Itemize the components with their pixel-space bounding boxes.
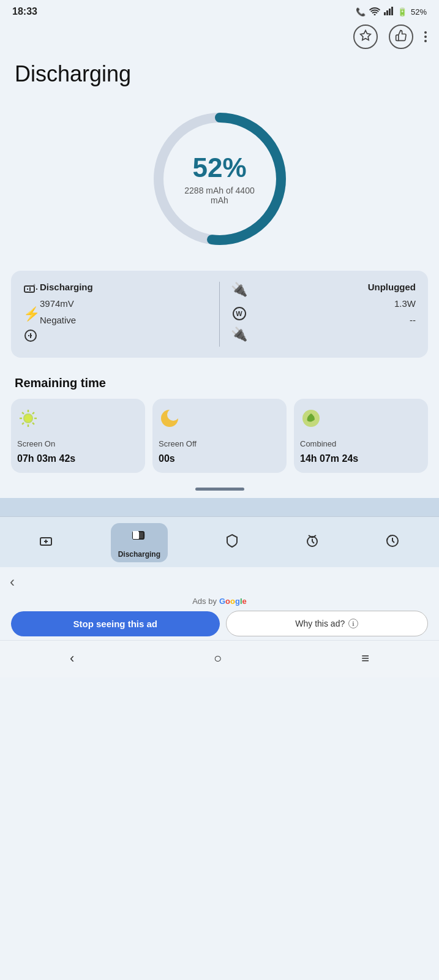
screen-on-icon	[17, 407, 39, 434]
screen-off-icon	[159, 407, 181, 434]
remaining-time-cards: Screen On 07h 03m 42s Screen Off 00s Com…	[0, 399, 439, 485]
info-left-icons: + ⚡	[23, 282, 40, 347]
svg-point-25	[167, 409, 179, 421]
info-right-values: Unplugged 1.3W --	[247, 282, 416, 347]
system-nav: ‹ ○ ≡	[0, 640, 439, 677]
svg-line-20	[22, 412, 24, 414]
power-status-label: Unplugged	[368, 282, 416, 292]
combined-icon	[300, 407, 322, 434]
info-divider	[219, 282, 220, 347]
signal-icon	[384, 7, 394, 17]
screen-on-label: Screen On	[17, 439, 55, 448]
screen-on-card: Screen On 07h 03m 42s	[11, 399, 145, 473]
svg-line-23	[22, 423, 24, 424]
combined-value: 14h 07m 24s	[300, 453, 358, 464]
why-ad-button[interactable]: Why this ad? ℹ	[226, 611, 429, 636]
battery-circle: 52% 2288 mAh of 4400 mAh	[0, 99, 439, 271]
stop-ad-button[interactable]: Stop seeing this ad	[11, 611, 220, 636]
sys-menu-button[interactable]: ≡	[349, 648, 381, 669]
svg-line-21	[32, 423, 34, 424]
battery-add-icon	[38, 532, 55, 553]
nav-discharging-label: Discharging	[118, 550, 160, 559]
thumbsup-icon	[395, 29, 407, 44]
combined-label: Combined	[300, 439, 336, 448]
status-bar: 18:33 📞 🔋 52%	[0, 0, 439, 21]
info-card: + ⚡ Discharging 3974mV Negative 🔌 W 🔌 Un…	[11, 271, 428, 358]
status-time: 18:33	[12, 6, 37, 17]
svg-rect-3	[391, 7, 393, 15]
voltage-value: 3974mV	[40, 298, 74, 309]
wifi-icon	[369, 7, 380, 17]
battery-mah: 2288 mAh of 4400 mAh	[183, 186, 257, 205]
star-icon	[359, 29, 372, 44]
nav-item-alarm[interactable]	[296, 529, 328, 557]
back-arrow[interactable]: ‹	[0, 567, 439, 590]
more-button[interactable]	[424, 31, 427, 42]
blue-band	[0, 498, 439, 516]
sys-home-button[interactable]: ○	[201, 648, 234, 669]
bottom-nav[interactable]: Discharging	[0, 516, 439, 567]
battery-percent-large: 52%	[183, 153, 257, 183]
battery-percent: 52%	[411, 7, 427, 17]
info-icon: ℹ	[348, 619, 358, 628]
nav-item-history[interactable]	[377, 529, 408, 557]
scroll-indicator	[0, 485, 439, 498]
info-middle-labels: Discharging 3974mV Negative	[40, 282, 208, 347]
svg-rect-1	[386, 10, 388, 15]
discharging-icon	[130, 527, 148, 548]
svg-marker-4	[361, 31, 371, 40]
scroll-pill	[195, 488, 244, 491]
phone-icon: 📞	[356, 7, 366, 17]
circle-center: 52% 2288 mAh of 4400 mAh	[183, 153, 257, 205]
circle-chart: 52% 2288 mAh of 4400 mAh	[146, 105, 293, 252]
svg-point-15	[24, 415, 32, 422]
google-logo: Google	[219, 597, 247, 606]
ads-by-text: Ads by	[192, 597, 217, 606]
ad-actions: Stop seeing this ad Why this ad? ℹ	[0, 611, 439, 636]
shield-icon	[223, 532, 241, 553]
screen-off-value: 00s	[159, 453, 175, 464]
info-right-icons: 🔌 W 🔌	[231, 282, 247, 347]
screen-off-card: Screen Off 00s	[152, 399, 287, 473]
current-value: Negative	[40, 315, 76, 325]
nav-item-shield[interactable]	[216, 529, 248, 557]
screen-off-label: Screen Off	[159, 439, 197, 448]
ads-by-google: Ads by Google	[192, 597, 247, 606]
svg-text:+: +	[33, 283, 36, 287]
screen-on-value: 07h 03m 42s	[17, 453, 75, 464]
battery-status-icon: 🔋	[397, 7, 407, 17]
watt-icon: W	[233, 304, 246, 320]
svg-line-22	[32, 412, 34, 414]
star-button[interactable]	[353, 24, 378, 49]
nav-item-discharging[interactable]: Discharging	[111, 523, 168, 562]
svg-line-35	[312, 541, 314, 543]
current-icon	[23, 328, 38, 347]
nav-item-battery-add[interactable]	[31, 529, 62, 557]
svg-rect-2	[389, 9, 391, 15]
extra-value: --	[410, 315, 416, 325]
svg-rect-0	[384, 12, 386, 15]
why-ad-label: Why this ad?	[295, 619, 345, 628]
remaining-time-title: Remaining time	[0, 372, 439, 399]
like-button[interactable]	[389, 24, 413, 49]
lightning-icon: ⚡	[23, 306, 40, 322]
history-icon	[384, 532, 401, 553]
power-outlet-icon: 🔌	[231, 326, 247, 342]
combined-card: Combined 14h 07m 24s	[294, 399, 428, 473]
top-actions	[0, 21, 439, 55]
alarm-add-icon	[304, 532, 321, 553]
ad-bar: Ads by Google Stop seeing this ad Why th…	[0, 590, 439, 640]
battery-charge-icon: +	[23, 282, 38, 300]
wattage-value: 1.3W	[394, 298, 416, 309]
charging-status-label: Discharging	[40, 282, 93, 292]
page-title: Discharging	[0, 55, 439, 99]
sys-back-button[interactable]: ‹	[58, 648, 86, 669]
status-icons: 📞 🔋 52%	[356, 7, 427, 17]
svg-rect-32	[133, 532, 139, 539]
plug-icon: 🔌	[231, 282, 247, 298]
